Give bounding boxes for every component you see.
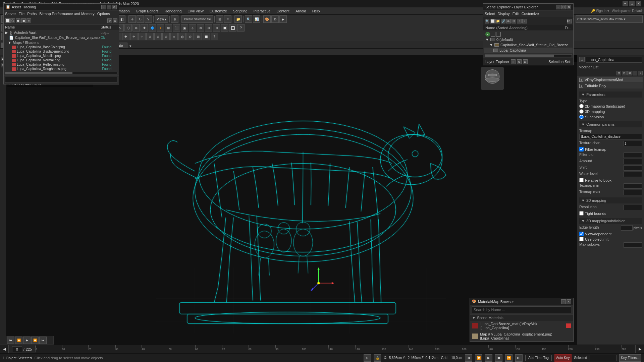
max-subdivs-input[interactable]: 512 bbox=[624, 242, 642, 248]
timeline-forward-btn[interactable]: ▶ bbox=[635, 345, 644, 354]
model-tool-17[interactable]: 🔲 bbox=[221, 24, 228, 32]
prev-frame-btn[interactable]: ⏪ bbox=[15, 337, 22, 344]
se-minimize[interactable]: − bbox=[556, 5, 560, 9]
object-name-input[interactable] bbox=[586, 57, 642, 63]
menu-customize[interactable]: Customize bbox=[207, 8, 230, 14]
se-tb-2[interactable]: ⬜ bbox=[490, 19, 495, 23]
modifier-icon-4[interactable]: ↑ bbox=[633, 71, 637, 75]
se-tb-8[interactable]: ↓ bbox=[522, 19, 527, 23]
render-button[interactable]: ▶ bbox=[279, 15, 287, 23]
se-footer-btn-1[interactable]: ↕ bbox=[511, 59, 516, 64]
play-btn[interactable]: ▶ bbox=[23, 337, 31, 344]
se-footer-btn-2[interactable]: ⊕ bbox=[517, 59, 522, 64]
shift-input[interactable]: 0,0cm bbox=[624, 165, 642, 171]
add-time-tag[interactable]: Add Time Tag bbox=[528, 356, 549, 360]
asset-settings[interactable]: ⚙ bbox=[113, 18, 117, 23]
asset-tb-1[interactable]: ⬜ bbox=[5, 18, 10, 23]
relative-bbox-row[interactable]: Relative to bbox bbox=[579, 178, 642, 182]
se-menu-edit[interactable]: Edit bbox=[513, 12, 519, 16]
common-params-header[interactable]: ▼ Common params bbox=[579, 121, 642, 127]
scene-xplorer-button[interactable]: 🔍 bbox=[245, 15, 252, 23]
asset-tb-5[interactable]: ≡ bbox=[26, 18, 31, 23]
sub-tool-27[interactable]: ? bbox=[211, 33, 218, 40]
mat-close[interactable]: ✕ bbox=[567, 299, 571, 304]
se-tb-9[interactable]: Fr... bbox=[567, 19, 572, 23]
map-row-5[interactable]: Lupa_Capitolina_Reflection.png Found bbox=[8, 62, 119, 67]
se-default-layer[interactable]: ▼ 0 (default) bbox=[484, 37, 573, 42]
auto-key-btn[interactable]: Auto Key bbox=[554, 354, 572, 362]
se-restore[interactable]: □ bbox=[561, 5, 566, 9]
sub-tool-21[interactable]: ⊜ bbox=[162, 33, 170, 40]
menu-paths[interactable]: Paths bbox=[27, 12, 37, 16]
map-row-1[interactable]: Lupa_Capitolina_BaseColor.png Found bbox=[8, 45, 119, 49]
mini-vp-lock[interactable]: 🔒 bbox=[374, 354, 381, 362]
asset-panel-minimize[interactable]: − bbox=[101, 5, 106, 9]
vault-row[interactable]: ▶ 🗄 Autodesk Vault Log... bbox=[4, 30, 119, 35]
sub-tool-23[interactable]: ◍ bbox=[178, 33, 186, 40]
sub-tool-18[interactable]: ⊹ bbox=[138, 33, 146, 40]
model-tool-14[interactable]: ⊚ bbox=[197, 24, 204, 32]
se-object-group[interactable]: ▼ Capitoline_She-Wolf_Statue_Old_Bronze bbox=[484, 42, 573, 48]
scale-button[interactable]: ⤡ bbox=[145, 15, 152, 23]
layer-manager-button[interactable]: 📁 bbox=[234, 15, 242, 23]
material-editor-button[interactable]: 🎨 bbox=[263, 15, 271, 23]
texmap-value[interactable]: (Lupa_Capitolina_displace bbox=[579, 134, 642, 139]
menu-help[interactable]: Help bbox=[310, 8, 323, 14]
render-setup-button[interactable]: ⚙ bbox=[271, 15, 279, 23]
model-tool-13[interactable]: ⊹ bbox=[189, 24, 196, 32]
rotate-button[interactable]: ↻ bbox=[137, 15, 144, 23]
asset-tb-2[interactable]: ⬡ bbox=[10, 18, 15, 23]
view-dependent-row[interactable]: View-dependent bbox=[579, 232, 642, 236]
key-filters-btn[interactable]: Key Filters... bbox=[619, 354, 641, 362]
se-menu-select[interactable]: Select bbox=[485, 12, 495, 16]
model-tool-9[interactable]: 🔸 bbox=[157, 24, 164, 32]
minimize-button[interactable]: − bbox=[623, 1, 628, 6]
radio-2d[interactable]: 2D mapping (landscape) bbox=[579, 104, 642, 108]
menu-civil-view[interactable]: Civil View bbox=[185, 8, 206, 14]
sub-tool-24[interactable]: ⊝ bbox=[186, 33, 194, 40]
filter-blur-input[interactable]: 0,001 bbox=[624, 153, 642, 158]
model-tool-7[interactable]: ✚ bbox=[141, 24, 148, 32]
mini-vp-1[interactable]: ▷ bbox=[364, 354, 371, 362]
se-tb-1[interactable]: 🔍 bbox=[485, 19, 489, 23]
tight-bounds-row[interactable]: Tight bounds bbox=[579, 211, 642, 216]
menu-scripting[interactable]: Scripting bbox=[230, 8, 250, 14]
3d-mapping-header[interactable]: ▼ 3D mapping/subdivision bbox=[579, 218, 642, 224]
map-row-2[interactable]: Lupa_Capitolina_displacement.png Found bbox=[8, 49, 119, 54]
map-row-6[interactable]: Lupa_Capitolina_Roughness.png Found bbox=[8, 67, 119, 71]
se-leaf-object[interactable]: Lupa_Capitolina bbox=[484, 48, 573, 53]
map-row-4[interactable]: Lupa_Capitolina_Normal.png Found bbox=[8, 58, 119, 62]
modifier-icon-2[interactable]: ⊟ bbox=[622, 71, 627, 75]
sub-tool-16[interactable]: ✚ bbox=[122, 33, 129, 40]
edge-length-input[interactable]: 1,5 bbox=[621, 225, 633, 231]
model-tool-18[interactable]: 🔳 bbox=[229, 24, 236, 32]
model-tool-15[interactable]: ⊛ bbox=[205, 24, 212, 32]
main-file-row[interactable]: 📄 Capitoline_She-Wolf_Statue_Old_Bronze_… bbox=[4, 35, 119, 40]
asset-path-input[interactable] bbox=[5, 77, 117, 83]
mat-item-1[interactable]: Lupa_DarkBronze_mat ( VRayMtl) [Lupa_Cap… bbox=[470, 321, 573, 331]
menu-rendering[interactable]: Rendering bbox=[162, 8, 184, 14]
modifier-icon-5[interactable]: ↓ bbox=[638, 71, 643, 75]
resolution-input[interactable]: 512 bbox=[624, 205, 642, 210]
sub-tool-25[interactable]: ⊞ bbox=[195, 33, 202, 40]
radio-3d[interactable]: 3D mapping bbox=[579, 109, 642, 114]
timeline-back-btn[interactable]: ◀ bbox=[0, 345, 9, 354]
mat-minimize[interactable]: − bbox=[561, 299, 566, 304]
se-tb-7[interactable]: ↑ bbox=[517, 19, 522, 23]
timeline-track[interactable]: 0 10 20 30 40 50 60 70 80 90 1 bbox=[36, 345, 635, 354]
menu-file-asset[interactable]: File bbox=[18, 12, 24, 16]
modifier-item-1[interactable]: ● VRayDisplacementMod bbox=[579, 77, 643, 82]
play-back-btn[interactable]: ⏮ bbox=[7, 337, 14, 344]
se-tb-5[interactable]: ⊕ bbox=[506, 19, 511, 23]
modifier-item-2[interactable]: ● Editable Poly bbox=[579, 83, 643, 88]
pb-stop[interactable]: ⏹ bbox=[495, 354, 502, 362]
sub-tool-26[interactable]: 🔲 bbox=[203, 33, 210, 40]
menu-content[interactable]: Content bbox=[274, 8, 292, 14]
amount-input[interactable]: 0,5cm bbox=[624, 159, 642, 164]
pb-start[interactable]: ⏮ bbox=[465, 354, 472, 362]
se-tb-3[interactable]: 📁 bbox=[495, 19, 500, 23]
align-button[interactable]: ≡ bbox=[224, 15, 231, 23]
pb-play[interactable]: ▶ bbox=[485, 354, 492, 362]
mirror-button[interactable]: ⊞ bbox=[216, 15, 223, 23]
select-move-button[interactable]: ✛ bbox=[128, 15, 136, 23]
